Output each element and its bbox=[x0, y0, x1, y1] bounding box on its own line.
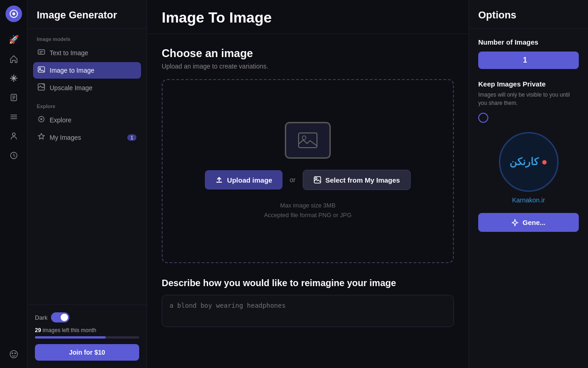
or-text: or bbox=[290, 176, 295, 184]
nav-text-to-image[interactable]: Text to Image bbox=[33, 45, 141, 61]
options-title: Options bbox=[469, 0, 588, 29]
svg-point-5 bbox=[10, 351, 17, 358]
images-left-text: images left this month bbox=[43, 327, 96, 334]
choose-subtitle: Upload an image to create variations. bbox=[162, 63, 454, 70]
svg-point-3 bbox=[12, 133, 15, 136]
face-icon[interactable] bbox=[6, 346, 22, 362]
keep-private-label: Keep Images Private bbox=[478, 80, 579, 88]
image-placeholder bbox=[285, 122, 331, 159]
sparkle-icon[interactable] bbox=[6, 70, 22, 86]
my-images-badge: 1 bbox=[127, 134, 136, 141]
generate-sparkle-icon bbox=[511, 219, 519, 226]
progress-bar-bg bbox=[35, 336, 139, 339]
images-left-count: 29 bbox=[35, 327, 41, 334]
explore-nav-label: Explore bbox=[50, 116, 71, 124]
image-to-image-icon bbox=[38, 66, 45, 75]
app-title: Image Generator bbox=[28, 0, 147, 29]
nav-image-to-image[interactable]: Image to Image bbox=[33, 62, 141, 79]
watermark-text: ● کارنکن bbox=[509, 156, 547, 168]
svg-point-7 bbox=[15, 353, 16, 354]
nav-explore[interactable]: Explore bbox=[33, 112, 141, 128]
upload-info: Max image size 3MB Accepted file format … bbox=[264, 201, 352, 220]
left-panel: Image Generator Image models Text to Ima… bbox=[28, 0, 147, 368]
main-content: Image To Image Choose an image Upload an… bbox=[147, 0, 469, 368]
select-from-images-button[interactable]: Select from My Images bbox=[303, 170, 411, 190]
bars-icon[interactable] bbox=[6, 109, 22, 125]
upscale-icon bbox=[38, 83, 45, 92]
choose-title: Choose an image bbox=[162, 47, 454, 60]
svg-rect-8 bbox=[38, 50, 45, 54]
generate-button[interactable]: Gene... bbox=[478, 213, 579, 232]
number-of-images-label: Number of Images bbox=[478, 38, 579, 46]
keep-private-toggle[interactable] bbox=[478, 113, 488, 123]
svg-rect-14 bbox=[299, 133, 317, 148]
number-of-images-input[interactable] bbox=[478, 52, 579, 69]
progress-bar-fill bbox=[35, 336, 106, 339]
person-wave-icon[interactable] bbox=[6, 128, 22, 144]
svg-point-6 bbox=[12, 353, 13, 354]
text-to-image-label: Text to Image bbox=[50, 49, 88, 57]
home-icon[interactable] bbox=[6, 51, 22, 67]
my-images-label: My Images bbox=[50, 134, 81, 141]
upscale-label: Upscale Image bbox=[50, 84, 92, 92]
brain-icon[interactable] bbox=[6, 147, 22, 164]
document-icon[interactable] bbox=[6, 89, 22, 106]
generate-btn-label: Gene... bbox=[522, 218, 545, 226]
page-title: Image To Image bbox=[162, 9, 454, 26]
text-to-image-icon bbox=[38, 48, 45, 58]
icon-sidebar: 🚀 bbox=[0, 0, 28, 368]
main-header: Image To Image bbox=[147, 0, 469, 34]
right-panel: Options Number of Images Keep Images Pri… bbox=[469, 0, 588, 368]
image-models-label: Image models bbox=[33, 36, 141, 42]
app-logo[interactable] bbox=[6, 6, 22, 22]
left-panel-footer: Dark 29 images left this month Join for … bbox=[28, 305, 147, 368]
nav-upscale-image[interactable]: Upscale Image bbox=[33, 80, 141, 96]
svg-point-13 bbox=[41, 119, 42, 120]
gallery-icon bbox=[313, 176, 322, 184]
describe-textarea[interactable] bbox=[162, 295, 454, 327]
watermark-site: Karnakon.ir bbox=[512, 196, 545, 204]
upload-info-line1: Max image size 3MB bbox=[264, 201, 352, 211]
image-to-image-label: Image to Image bbox=[50, 67, 94, 74]
svg-point-1 bbox=[12, 12, 15, 15]
main-body: Choose an image Upload an image to creat… bbox=[147, 34, 469, 368]
theme-toggle[interactable] bbox=[51, 312, 69, 322]
svg-point-15 bbox=[302, 136, 306, 140]
watermark-logo: ● کارنکن bbox=[499, 132, 559, 192]
svg-point-12 bbox=[39, 116, 44, 122]
keep-private-desc: Images will only be visible to you until… bbox=[478, 91, 579, 107]
upload-info-line2: Accepted file format PNG or JPG bbox=[264, 211, 352, 220]
join-button[interactable]: Join for $10 bbox=[35, 344, 139, 361]
nav-my-images[interactable]: My Images 1 bbox=[33, 129, 141, 146]
watermark-area: ● کارنکن Karnakon.ir bbox=[478, 132, 579, 213]
upload-area[interactable]: Upload image or Select from My Images Ma… bbox=[162, 79, 454, 263]
explore-icon bbox=[38, 115, 45, 125]
select-btn-label: Select from My Images bbox=[325, 176, 400, 184]
theme-label: Dark bbox=[35, 314, 47, 321]
describe-title: Describe how you would like to reimagine… bbox=[162, 278, 454, 288]
my-images-icon bbox=[38, 133, 45, 142]
upload-image-button[interactable]: Upload image bbox=[205, 170, 282, 190]
explore-label: Explore bbox=[33, 104, 141, 109]
upload-btn-label: Upload image bbox=[227, 176, 272, 184]
upload-buttons-row: Upload image or Select from My Images bbox=[205, 170, 410, 190]
images-left-label: 29 images left this month bbox=[35, 327, 139, 334]
upload-icon bbox=[215, 176, 223, 184]
rocket-icon[interactable]: 🚀 bbox=[6, 31, 22, 48]
